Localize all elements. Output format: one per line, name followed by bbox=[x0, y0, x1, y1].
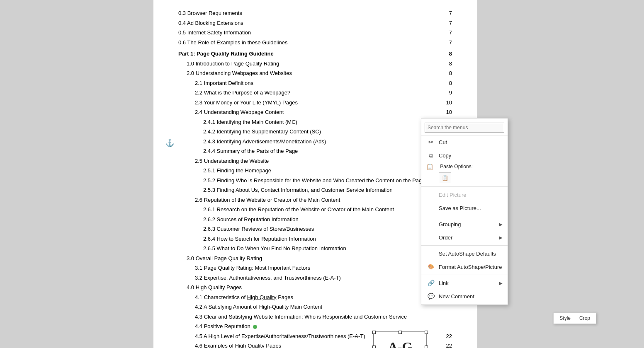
paste-options-label-text: Paste Options: bbox=[440, 164, 473, 169]
toc-label: 0.3 Browser Requirements bbox=[178, 9, 440, 17]
toc-page-num: 8 bbox=[440, 60, 452, 68]
cut-icon: ✂ bbox=[426, 138, 435, 147]
menu-item-format-autoshape[interactable]: 🎨 Format AutoShape/Picture bbox=[421, 260, 508, 273]
grouping-label: Grouping bbox=[439, 221, 499, 227]
toc-label: 3.2 Expertise, Authoritativeness, and Tr… bbox=[195, 274, 440, 282]
edit-picture-label: Edit Picture bbox=[439, 192, 503, 198]
handle-tm[interactable] bbox=[399, 331, 402, 334]
floating-toolbar: Style Crop bbox=[553, 312, 596, 324]
ag-image[interactable]: A-G bbox=[373, 331, 427, 348]
toc-label: 3.0 Overall Page Quality Rating bbox=[187, 254, 440, 263]
green-dot bbox=[253, 325, 257, 329]
anchor-icon: ⚓ bbox=[165, 138, 174, 147]
ag-text: A-G bbox=[388, 339, 413, 348]
toc-page-num: 7 bbox=[440, 29, 452, 37]
toc-page-num: 8 bbox=[440, 50, 452, 58]
toc-page-num: 9 bbox=[440, 89, 452, 97]
handle-tr[interactable] bbox=[425, 331, 428, 334]
toc-line: 2.6.1 Research on the Reputation of the … bbox=[178, 205, 452, 215]
order-arrow: ▶ bbox=[499, 235, 503, 240]
toc-line: 2.3 Your Money or Your Life (YMYL) Pages… bbox=[178, 98, 452, 108]
toc-container: 0.3 Browser Requirements70.4 Ad Blocking… bbox=[178, 8, 452, 348]
handle-mr[interactable] bbox=[425, 346, 428, 348]
toc-line: 2.6.4 How to Search for Reputation Infor… bbox=[178, 234, 452, 244]
save-picture-icon bbox=[426, 203, 435, 213]
toc-line: 4.0 High Quality Pages bbox=[178, 283, 452, 292]
style-button[interactable]: Style bbox=[555, 314, 575, 323]
toc-label: Part 1: Page Quality Rating Guideline bbox=[178, 50, 440, 58]
toc-label: 2.5.1 Finding the Homepage bbox=[203, 167, 440, 175]
menu-item-order[interactable]: Order ▶ bbox=[421, 231, 508, 244]
copy-icon: ⧉ bbox=[426, 151, 435, 160]
copy-label: Copy bbox=[439, 152, 503, 159]
toc-line: 2.5.3 Finding About Us, Contact Informat… bbox=[178, 185, 452, 195]
toc-line: 0.3 Browser Requirements7 bbox=[178, 8, 452, 18]
toc-label: 2.5 Understanding the Website bbox=[195, 157, 440, 165]
grouping-icon bbox=[426, 220, 435, 229]
toc-line: 2.6.2 Sources of Reputation Information bbox=[178, 215, 452, 225]
format-autoshape-label: Format AutoShape/Picture bbox=[439, 264, 503, 270]
toc-label: 2.6.1 Research on the Reputation of the … bbox=[203, 205, 440, 214]
toc-line: 4.2 A Satisfying Amount of High-Quality … bbox=[178, 302, 452, 312]
toc-label: 1.0 Introduction to Page Quality Rating bbox=[187, 60, 440, 68]
order-icon bbox=[426, 233, 435, 242]
toc-label: 2.4.2 Identifying the Supplementary Cont… bbox=[203, 128, 440, 136]
toc-page-num: 7 bbox=[440, 9, 452, 17]
toc-page-num: 10 bbox=[440, 108, 452, 116]
toc-label: 2.5.3 Finding About Us, Contact Informat… bbox=[203, 186, 440, 194]
toc-line: 2.1 Important Definitions8 bbox=[178, 78, 452, 88]
toc-label: 0.5 Internet Safety Information bbox=[178, 29, 440, 37]
menu-item-edit-picture: Edit Picture bbox=[421, 188, 508, 201]
toc-page-num: 8 bbox=[440, 79, 452, 87]
format-autoshape-icon: 🎨 bbox=[426, 262, 435, 271]
toc-label: 4.1 Characteristics of High Quality Page… bbox=[195, 293, 440, 302]
context-menu: ✂ Cut ⧉ Copy 📋 Paste Options: 📋 Edit Pic… bbox=[421, 118, 508, 305]
toc-line: 2.6.5 What to Do When You Find No Reputa… bbox=[178, 244, 452, 254]
menu-item-autoshape-defaults[interactable]: Set AutoShape Defaults bbox=[421, 247, 508, 260]
handle-ml[interactable] bbox=[372, 346, 376, 348]
toc-line: 3.1 Page Quality Rating: Most Important … bbox=[178, 263, 452, 273]
toc-line: 2.6 Reputation of the Website or Creator… bbox=[178, 195, 452, 205]
toc-line: 2.4.1 Identifying the Main Content (MC)1… bbox=[178, 117, 452, 127]
toc-line: 2.5.1 Finding the Homepage bbox=[178, 166, 452, 176]
toc-page-num: 8 bbox=[440, 69, 452, 77]
toc-label: 4.4 Positive Reputation bbox=[195, 322, 440, 331]
search-box-container bbox=[421, 120, 508, 135]
toc-line: 2.5 Understanding the Website bbox=[178, 156, 452, 166]
toc-line: 0.5 Internet Safety Information7 bbox=[178, 28, 452, 38]
menu-item-grouping[interactable]: Grouping ▶ bbox=[421, 218, 508, 231]
paste-icon-row: 📋 bbox=[421, 171, 508, 185]
crop-button[interactable]: Crop bbox=[575, 314, 594, 323]
menu-item-copy[interactable]: ⧉ Copy bbox=[421, 149, 508, 162]
toc-page-num: 22 bbox=[440, 332, 452, 341]
toc-page-num: 7 bbox=[440, 19, 452, 27]
toc-label: 2.6.5 What to Do When You Find No Reputa… bbox=[203, 244, 440, 253]
toc-line: 2.4.4 Summary of the Parts of the Page bbox=[178, 146, 452, 156]
menu-item-new-comment[interactable]: 💬 New Comment bbox=[421, 290, 508, 303]
toc-label: 2.4.1 Identifying the Main Content (MC) bbox=[203, 118, 440, 126]
toc-line: 0.4 Ad Blocking Extensions7 bbox=[178, 18, 452, 28]
toc-page-num: 22 bbox=[440, 342, 452, 348]
menu-item-cut[interactable]: ✂ Cut bbox=[421, 135, 508, 149]
paste-icon: 📋 bbox=[426, 164, 435, 170]
toc-line: 2.4.3 Identifying Advertisements/Monetiz… bbox=[178, 137, 452, 147]
search-input[interactable] bbox=[425, 123, 504, 133]
paste-option-1-icon: 📋 bbox=[442, 175, 448, 181]
toc-page-num: 10 bbox=[440, 99, 452, 107]
toc-line: 4.1 Characteristics of High Quality Page… bbox=[178, 292, 452, 302]
autoshape-defaults-label: Set AutoShape Defaults bbox=[439, 251, 503, 257]
toc-label: 2.3 Your Money or Your Life (YMYL) Pages bbox=[195, 99, 440, 107]
toc-label: 4.3 Clear and Satisfying Website Informa… bbox=[195, 313, 440, 321]
toc-line: 2.6.3 Customer Reviews of Stores/Busines… bbox=[178, 224, 452, 234]
toc-line: 2.4 Understanding Webpage Content10 bbox=[178, 107, 452, 117]
link-icon: 🔗 bbox=[426, 278, 435, 288]
link-arrow: ▶ bbox=[499, 281, 503, 285]
menu-item-save-picture[interactable]: Save as Picture... bbox=[421, 201, 508, 215]
toc-line: 3.2 Expertise, Authoritativeness, and Tr… bbox=[178, 273, 452, 283]
toc-label: 2.0 Understanding Webpages and Websites bbox=[187, 69, 440, 77]
paste-option-1[interactable]: 📋 bbox=[439, 172, 451, 183]
cut-label: Cut bbox=[439, 139, 503, 145]
handle-tl[interactable] bbox=[372, 331, 376, 334]
toc-line: 2.0 Understanding Webpages and Websites8 bbox=[178, 68, 452, 78]
menu-item-link[interactable]: 🔗 Link ▶ bbox=[421, 276, 508, 290]
